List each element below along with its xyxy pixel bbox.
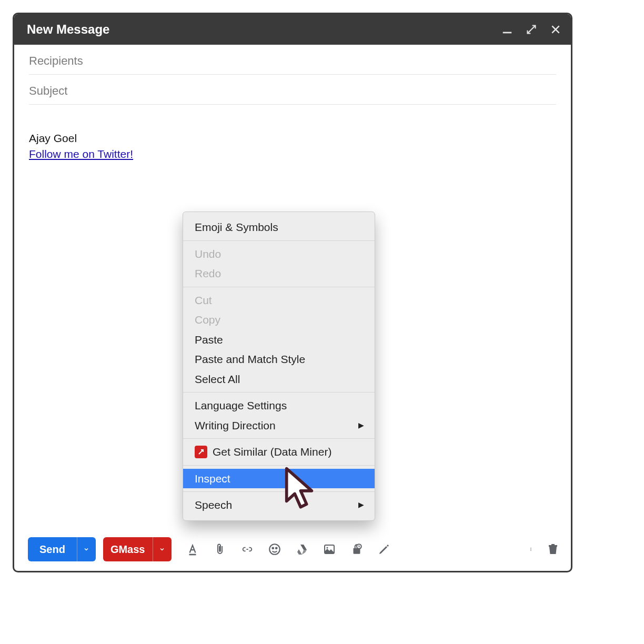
confidential-icon[interactable] [349,542,364,557]
attach-icon[interactable] [213,542,227,557]
context-menu-label: Redo [195,265,221,282]
format-tools [185,542,391,557]
twitter-link[interactable]: Follow me on Twitter! [29,148,133,160]
context-menu-item[interactable]: Emoji & Symbols [183,217,375,237]
compose-fields: Recipients Subject [14,45,571,105]
emoji-icon[interactable] [267,542,282,557]
svg-point-3 [272,548,274,549]
dataminer-icon [195,446,207,458]
minimize-icon[interactable] [501,24,513,35]
context-menu-label: Writing Direction [195,417,276,434]
pen-icon[interactable] [377,542,391,557]
submenu-arrow-icon: ▶ [358,420,364,431]
trash-icon[interactable] [546,542,560,557]
drive-icon[interactable] [295,542,309,557]
context-menu-label: Speech [195,497,232,514]
context-menu-item[interactable]: Speech▶ [183,495,375,515]
context-menu-label: Paste and Match Style [195,351,305,368]
svg-rect-12 [549,545,557,547]
signature-link-line: Follow me on Twitter! [29,148,556,160]
context-menu-item: Copy [183,310,375,330]
context-menu-item[interactable]: Paste [183,330,375,350]
context-menu-label: Copy [195,311,220,328]
send-dropdown[interactable] [77,537,96,561]
context-menu-item[interactable]: Writing Direction▶ [183,416,375,436]
context-menu-group: Emoji & Symbols [183,214,375,240]
svg-point-9 [530,548,531,548]
window-controls [501,24,561,35]
context-menu-group: Inspect [183,465,375,492]
context-menu-label: Inspect [195,470,230,487]
svg-point-11 [530,550,531,551]
gmass-dropdown[interactable] [153,537,172,561]
context-menu-label: Undo [195,246,221,263]
context-menu-label: Get Similar (Data Miner) [213,444,331,460]
context-menu-item[interactable]: Paste and Match Style [183,349,375,369]
expand-icon[interactable] [526,24,537,35]
svg-rect-13 [551,544,555,545]
context-menu-group: UndoRedo [183,240,375,287]
svg-rect-0 [503,32,512,34]
context-menu-group: Speech▶ [183,491,375,518]
text-format-icon[interactable] [185,542,200,557]
context-menu-item[interactable]: Inspect [183,469,375,489]
close-icon[interactable] [550,24,561,35]
svg-point-10 [530,549,531,549]
compose-window: New Message Recipients [13,13,572,572]
context-menu-item: Cut [183,290,375,310]
context-menu-item: Undo [183,244,375,264]
context-menu-group: Language SettingsWriting Direction▶ [183,392,375,438]
context-menu-item[interactable]: Get Similar (Data Miner) [183,442,375,462]
image-icon[interactable] [322,542,337,557]
svg-point-2 [269,544,280,555]
send-button[interactable]: Send [28,537,77,561]
context-menu-item[interactable]: Language Settings [183,396,375,416]
context-menu: Emoji & SymbolsUndoRedoCutCopyPastePaste… [183,212,375,521]
context-menu-label: Emoji & Symbols [195,219,278,236]
gmass-button-group: GMass [103,537,172,561]
submenu-arrow-icon: ▶ [358,499,364,510]
message-body[interactable]: Ajay Goel Follow me on Twitter! [14,105,571,160]
more-icon[interactable] [524,542,538,557]
recipients-field[interactable]: Recipients [29,45,556,75]
context-menu-group: Get Similar (Data Miner) [183,438,375,465]
context-menu-label: Select All [195,371,240,388]
context-menu-label: Cut [195,292,212,309]
context-menu-item[interactable]: Select All [183,369,375,389]
window-title: New Message [27,22,501,37]
link-icon[interactable] [240,542,255,557]
send-button-group: Send [28,537,96,561]
context-menu-group: CutCopyPastePaste and Match StyleSelect … [183,287,375,393]
compose-toolbar: Send GMass [14,528,571,571]
signature-name: Ajay Goel [29,132,556,145]
svg-point-4 [275,548,277,549]
context-menu-label: Language Settings [195,397,287,414]
context-menu-label: Paste [195,331,223,348]
svg-rect-1 [189,554,196,556]
subject-field[interactable]: Subject [29,75,556,105]
titlebar: New Message [14,14,571,45]
svg-point-6 [326,547,328,549]
context-menu-item: Redo [183,264,375,284]
gmass-button[interactable]: GMass [103,537,153,561]
